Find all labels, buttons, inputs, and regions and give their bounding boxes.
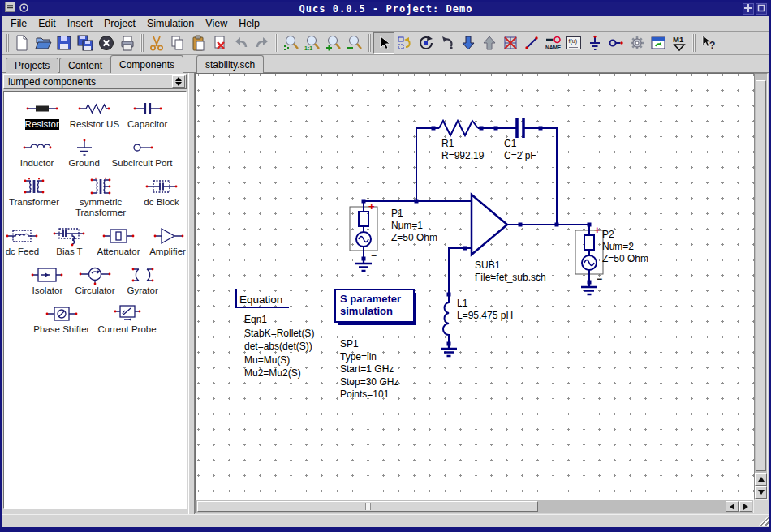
component-inductor[interactable]: Inductor (18, 137, 57, 169)
insert-label-button[interactable]: NAME (542, 32, 563, 54)
p1-num[interactable]: Num=1 (391, 220, 423, 231)
open-file-button[interactable] (32, 32, 54, 54)
sidebar-tab-components[interactable]: Components (110, 55, 183, 73)
menu-insert[interactable]: Insert (62, 17, 98, 30)
deactivate-button[interactable] (500, 32, 521, 54)
r1-value[interactable]: R=992.19 (441, 150, 485, 161)
menu-simulation[interactable]: Simulation (141, 17, 200, 30)
toolbar-handle[interactable] (275, 34, 278, 52)
sparameter-simulation-block[interactable]: S parameter simulation SP1 Type=lin Star… (335, 290, 416, 400)
rotate-button[interactable] (416, 32, 437, 54)
zoom-in-button[interactable] (323, 32, 344, 54)
p1-name[interactable]: P1 (391, 208, 403, 219)
panel-splitter[interactable] (188, 73, 195, 514)
equation-line[interactable]: Mu2=Mu2(S) (244, 367, 301, 379)
component-capacitor[interactable]: Capacitor (127, 98, 167, 130)
marker-button[interactable]: M1 (669, 32, 690, 54)
zoom-fit-button[interactable] (281, 32, 302, 54)
scroll-left-button[interactable] (726, 501, 739, 512)
l1-name[interactable]: L1 (457, 298, 468, 309)
port-p2[interactable]: + − P2 Num=2 Z=50 Ohm (575, 224, 648, 294)
combo-spinner-icon[interactable] (172, 75, 185, 88)
toolbar-handle[interactable] (6, 34, 9, 52)
p2-impedance[interactable]: Z=50 Ohm (602, 253, 648, 264)
component-category-select[interactable]: lumped components (3, 74, 187, 89)
paste-button[interactable] (188, 32, 209, 54)
resistor-r1[interactable]: R1 R=992.19 (439, 121, 485, 161)
whats-this-help-button[interactable]: ? (698, 32, 719, 54)
window-maximize-icon[interactable] (743, 3, 754, 15)
schematic-canvas[interactable]: R1 R=992.19 C1 C=2 pF (195, 73, 754, 500)
component-amplifier[interactable]: Amplifier (149, 225, 187, 257)
vertical-scrollbar[interactable] (754, 73, 768, 500)
pop-out-subcircuit-button[interactable] (479, 32, 500, 54)
p1-impedance[interactable]: Z=50 Ohm (391, 232, 437, 243)
l1-value[interactable]: L=95.475 pH (457, 310, 513, 321)
inductor-l1[interactable]: L1 L=95.475 pH (441, 294, 513, 356)
zoom-out-button[interactable] (344, 32, 365, 54)
toolbar-handle[interactable] (692, 34, 696, 52)
menu-view[interactable]: View (200, 17, 233, 30)
undo-button[interactable] (230, 32, 252, 54)
menu-help[interactable]: Help (233, 17, 265, 30)
component-symmetric-transformer[interactable]: symmetric Transformer (67, 176, 134, 218)
subcircuit-sub1[interactable]: SUB1 File=fet_sub.sch (472, 195, 546, 283)
component-dc-feed[interactable]: dc Feed (3, 225, 41, 257)
insert-port-button[interactable] (605, 32, 627, 54)
component-dc-block[interactable]: dc Block (142, 176, 181, 208)
simulation-title-line2[interactable]: simulation (340, 305, 393, 317)
p2-num[interactable]: Num=2 (602, 241, 634, 252)
sidebar-tab-content[interactable]: Content (59, 58, 111, 73)
menu-edit[interactable]: Edit (32, 17, 62, 30)
component-ground[interactable]: Ground (65, 137, 104, 169)
menu-file[interactable]: File (5, 17, 32, 30)
toolbar-handle[interactable] (140, 34, 144, 52)
scroll-right-button[interactable] (739, 501, 752, 512)
equation-block[interactable]: Equation Eqn1 StabK=Rollet(S) det=abs(de… (236, 289, 314, 379)
equation-name[interactable]: Eqn1 (244, 314, 267, 325)
c1-value[interactable]: C=2 pF (504, 150, 536, 161)
horizontal-scrollbar-thumb[interactable] (197, 501, 538, 512)
component-resistor[interactable]: Resistor (23, 98, 62, 130)
print-button[interactable] (117, 32, 138, 54)
equation-line[interactable]: StabK=Rollet(S) (244, 328, 314, 339)
component-isolator[interactable]: Isolator (28, 264, 67, 296)
insert-equation-button[interactable]: f(u) (563, 32, 584, 54)
component-current-probe[interactable]: Current Probe (97, 303, 156, 335)
sidebar-tab-projects[interactable]: Projects (6, 58, 58, 73)
scroll-down-button[interactable] (755, 486, 767, 499)
save-button[interactable] (54, 32, 75, 54)
copy-button[interactable] (167, 32, 188, 54)
cut-button[interactable] (146, 32, 167, 54)
sub1-name[interactable]: SUB1 (475, 260, 501, 271)
simulation-name[interactable]: SP1 (340, 338, 359, 350)
simulation-prop[interactable]: Start=1 GHz (340, 363, 394, 375)
document-tab-stability[interactable]: stability.sch (196, 55, 264, 73)
component-transformer[interactable]: Transformer (9, 176, 59, 208)
component-attenuator[interactable]: Attenuator (97, 225, 140, 257)
component-circulator[interactable]: Circulator (75, 264, 114, 296)
vertical-scrollbar-thumb[interactable] (756, 80, 766, 471)
p2-name[interactable]: P2 (602, 229, 614, 240)
component-phase-shifter[interactable]: Phase Shifter (33, 303, 89, 335)
view-data-display-button[interactable] (648, 32, 669, 54)
zoom-one-to-one-button[interactable]: 1:1 (302, 32, 323, 54)
scroll-up-button[interactable] (755, 473, 767, 486)
component-gyrator[interactable]: Gyrator (123, 264, 162, 296)
sub1-file[interactable]: File=fet_sub.sch (475, 272, 546, 283)
simulation-prop[interactable]: Type=lin (340, 351, 377, 363)
horizontal-scrollbar[interactable] (195, 500, 754, 513)
component-subcircuit-port[interactable]: Subcircuit Port (112, 137, 173, 169)
simulation-prop[interactable]: Stop=30 GHz (340, 376, 398, 388)
select-mode-button[interactable] (373, 32, 394, 54)
simulation-title-line1[interactable]: S parameter (340, 293, 401, 305)
simulate-button[interactable] (627, 32, 648, 54)
toolbar-handle[interactable] (368, 34, 371, 52)
delete-button[interactable] (209, 32, 230, 54)
window-restore-icon[interactable] (756, 3, 767, 15)
simulation-prop[interactable]: Points=101 (340, 388, 390, 400)
resize-grip[interactable] (758, 516, 769, 526)
c1-name[interactable]: C1 (504, 138, 517, 149)
push-into-subcircuit-button[interactable] (458, 32, 479, 54)
close-document-button[interactable] (96, 32, 117, 54)
